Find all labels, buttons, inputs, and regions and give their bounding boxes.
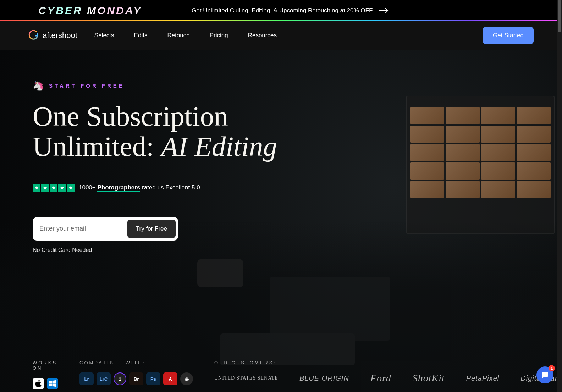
compatible-col: COMPATIBLE WITH: Lr LrC 1 Br Ps A ◉ xyxy=(79,360,193,385)
customer-petapixel: PetaPixel xyxy=(466,374,500,382)
nav-links: Selects Edits Retouch Pricing Resources xyxy=(94,32,277,39)
nav-retouch[interactable]: Retouch xyxy=(167,32,189,39)
rainbow-divider xyxy=(0,20,562,21)
star-icon: ★ xyxy=(67,184,75,192)
logo-text: aftershoot xyxy=(43,31,77,40)
navbar: aftershoot Selects Edits Retouch Pricing… xyxy=(0,21,562,50)
trustpilot-stars: ★ ★ ★ ★ ★ xyxy=(33,184,75,192)
apple-icon xyxy=(33,378,44,389)
logo[interactable]: aftershoot xyxy=(28,30,77,41)
platform-icons xyxy=(33,378,58,389)
footer-strip: WORKS ON: COMPATIBLE WITH: Lr LrC 1 Br P… xyxy=(0,360,562,392)
arrow-right-icon xyxy=(379,7,389,14)
adobe-icon: A xyxy=(163,372,177,385)
compatible-label: COMPATIBLE WITH: xyxy=(79,360,193,365)
star-icon: ★ xyxy=(33,184,40,192)
compat-icons: Lr LrC 1 Br Ps A ◉ xyxy=(79,372,193,385)
promo-text: Get Unlimited Culling, Editing, & Upcomi… xyxy=(192,7,373,14)
customer-blueorigin: BLUE ORIGIN xyxy=(299,374,349,382)
star-icon: ★ xyxy=(41,184,49,192)
rating-prefix: 1000+ xyxy=(79,184,97,191)
nav-resources[interactable]: Resources xyxy=(248,32,277,39)
email-input[interactable] xyxy=(35,220,127,237)
get-started-button[interactable]: Get Started xyxy=(483,27,534,44)
nav-selects[interactable]: Selects xyxy=(94,32,114,39)
chat-icon xyxy=(541,371,549,379)
logo-icon xyxy=(28,30,39,41)
hero-section: 🦄 START FOR FREE One Subscription Unlimi… xyxy=(0,50,562,392)
nav-pricing[interactable]: Pricing xyxy=(210,32,228,39)
nav-edits[interactable]: Edits xyxy=(134,32,148,39)
rating-underline: Photographers xyxy=(97,184,140,192)
headline-line2-em: AI Editing xyxy=(161,131,277,162)
photoshop-icon: Ps xyxy=(146,372,160,385)
background-laptop xyxy=(270,277,390,341)
customer-shotkit: ShotKit xyxy=(413,372,445,384)
bridge-icon: Br xyxy=(129,372,143,385)
customer-senate: UNITED STATES SENATE xyxy=(214,375,278,381)
rating-row: ★ ★ ★ ★ ★ 1000+ Photographers rated us E… xyxy=(33,184,562,192)
windows-icon xyxy=(47,378,58,389)
scrollbar[interactable] xyxy=(557,0,562,392)
promo-banner[interactable]: CYBER MONDAY Get Unlimited Culling, Edit… xyxy=(0,0,562,21)
lightroom-icon: Lr xyxy=(79,372,94,385)
no-credit-card-text: No Credit Card Needed xyxy=(33,247,562,253)
works-on-col: WORKS ON: xyxy=(33,360,58,389)
chat-badge: 1 xyxy=(549,365,555,371)
works-on-label: WORKS ON: xyxy=(33,360,58,371)
headline-line2-pre: Unlimited: xyxy=(33,131,161,162)
customers-label: OUR CUSTOMERS: xyxy=(214,360,562,365)
start-for-free-label: START FOR FREE xyxy=(49,83,125,89)
unicorn-icon: 🦄 xyxy=(33,80,44,91)
promo-headline: CYBER MONDAY xyxy=(38,5,142,17)
customer-logos: UNITED STATES SENATE BLUE ORIGIN Ford Sh… xyxy=(214,372,562,384)
rating-text: 1000+ Photographers rated us Excellent 5… xyxy=(79,184,200,191)
email-form: Try for Free xyxy=(33,217,178,241)
scroll-thumb[interactable] xyxy=(558,0,561,32)
hero-content: 🦄 START FOR FREE One Subscription Unlimi… xyxy=(0,50,562,253)
lightroom-classic-icon: LrC xyxy=(97,372,111,385)
customer-ford: Ford xyxy=(370,372,391,384)
rating-suffix: rated us Excellent 5.0 xyxy=(140,184,200,191)
chat-bubble-button[interactable]: 1 xyxy=(536,366,553,383)
capture-one-icon: 1 xyxy=(114,372,126,385)
generic-app-icon: ◉ xyxy=(180,372,193,385)
star-icon: ★ xyxy=(58,184,66,192)
try-for-free-button[interactable]: Try for Free xyxy=(127,220,176,238)
promo-text-wrap: Get Unlimited Culling, Editing, & Upcomi… xyxy=(192,7,389,14)
background-camera xyxy=(197,259,243,287)
star-icon: ★ xyxy=(50,184,57,192)
start-tag: 🦄 START FOR FREE xyxy=(33,80,562,91)
headline-line1: One Subscription xyxy=(33,101,228,132)
customers-col: OUR CUSTOMERS: UNITED STATES SENATE BLUE… xyxy=(214,360,562,384)
hero-headline: One Subscription Unlimited: AI Editing xyxy=(33,101,562,162)
